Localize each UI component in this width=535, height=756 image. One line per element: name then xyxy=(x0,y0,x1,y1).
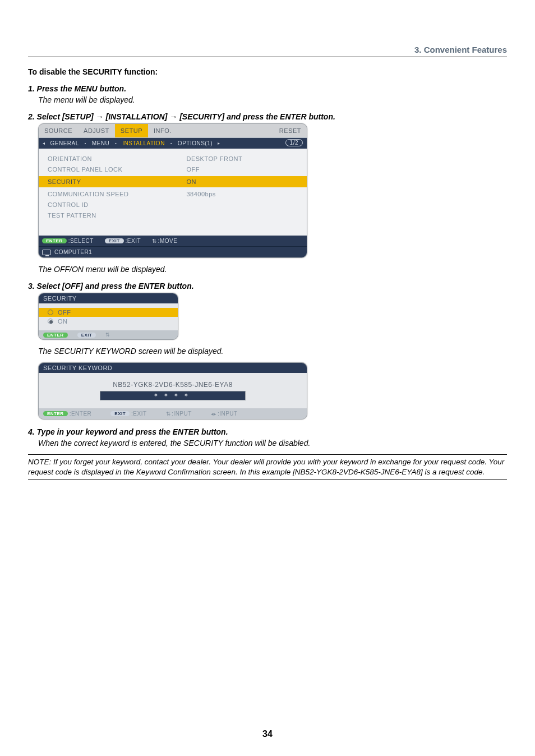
osd-footer-source: COMPUTER1 xyxy=(39,246,307,257)
osd3-title: SECURITY KEYWORD xyxy=(39,363,307,373)
osd2-title: SECURITY xyxy=(39,293,178,303)
tab-setup[interactable]: SETUP xyxy=(115,124,148,137)
row-commspeed-value: 38400bps xyxy=(187,190,301,199)
step2-desc-after: The OFF/ON menu will be displayed. xyxy=(38,265,507,274)
step3-desc-after: The SECURITY KEYWORD screen will be disp… xyxy=(38,347,507,356)
step4-title: 4. Type in your keyword and press the EN… xyxy=(28,427,507,436)
row-orientation-label[interactable]: ORIENTATION xyxy=(48,154,187,163)
enter-pill-icon: ENTER xyxy=(43,333,68,338)
hint-enter: ENTER:SELECT xyxy=(42,238,94,244)
row-testpattern-value xyxy=(187,211,301,220)
tab-source[interactable]: SOURCE xyxy=(39,124,78,137)
subtab-options1[interactable]: OPTIONS(1) xyxy=(176,140,215,147)
row-security-value: ON xyxy=(187,177,301,186)
arrow-right-icon: ▸ xyxy=(217,141,221,146)
hint-input-ud: :INPUT xyxy=(166,411,192,417)
request-code-text: NB52-YGK8-2VD6-K585-JNE6-EYA8 xyxy=(49,381,297,389)
step1-desc: The menu will be displayed. xyxy=(38,95,507,104)
tabbar: SOURCE ADJUST SETUP INFO. RESET xyxy=(39,124,307,138)
hint-enter: ENTER:ENTER xyxy=(43,411,91,417)
row-controlid-value xyxy=(187,200,301,209)
updown-icon xyxy=(105,332,110,338)
hint-exit: EXIT:EXIT xyxy=(105,238,141,244)
radio-on-label: ON xyxy=(58,318,68,325)
tab-reset[interactable]: RESET xyxy=(274,124,307,137)
row-testpattern-label[interactable]: TEST PATTERN xyxy=(48,211,187,220)
osd2-footer: ENTER EXIT xyxy=(39,330,178,339)
arrow-left-icon: ◂ xyxy=(42,141,46,146)
radio-off-label: OFF xyxy=(58,309,71,316)
hint-enter-text: :SELECT xyxy=(68,238,94,244)
hint-enter-text: :ENTER xyxy=(70,411,92,417)
radio-off[interactable]: OFF xyxy=(39,308,178,317)
enter-pill-icon: ENTER xyxy=(43,411,68,416)
radio-on[interactable]: ON xyxy=(44,317,172,326)
osd-security-select: SECURITY OFF ON ENTER EXIT xyxy=(38,293,178,340)
row-orientation-value: DESKTOP FRONT xyxy=(187,154,301,163)
enter-pill-icon: ENTER xyxy=(42,238,67,243)
osd2-body: OFF ON xyxy=(39,303,178,330)
step3-title: 3. Select [OFF] and press the ENTER butt… xyxy=(28,282,507,291)
row-commspeed-label[interactable]: COMMUNICATION SPEED xyxy=(48,190,187,199)
bullet-icon xyxy=(114,140,118,146)
radio-dot-icon xyxy=(48,310,53,315)
subtab-general[interactable]: GENERAL xyxy=(48,140,81,147)
hint-exit-text: :EXIT xyxy=(126,238,141,244)
step4-desc-after: When the correct keyword is entered, the… xyxy=(38,439,507,448)
bullet-icon xyxy=(84,140,87,146)
exit-pill-icon: EXIT xyxy=(77,333,96,338)
hint-move: :MOVE xyxy=(152,238,177,244)
osd3-body: NB52-YGK8-2VD6-K585-JNE6-EYA8 ＊＊＊＊ xyxy=(39,373,307,408)
note-text: NOTE: If you forget your keyword, contac… xyxy=(28,454,507,480)
radio-dot-filled-icon xyxy=(48,319,53,324)
hint-exit: EXIT:EXIT xyxy=(110,411,146,417)
tab-info[interactable]: INFO. xyxy=(148,124,177,137)
bullet-icon xyxy=(169,140,173,146)
monitor-icon xyxy=(42,250,51,255)
tab-adjust[interactable]: ADJUST xyxy=(78,124,115,137)
row-cplock-label[interactable]: CONTROL PANEL LOCK xyxy=(48,165,187,174)
row-controlid-label[interactable]: CONTROL ID xyxy=(48,200,187,209)
osd-footer-hints: ENTER:SELECT EXIT:EXIT :MOVE xyxy=(39,236,307,246)
osd-setup-menu: SOURCE ADJUST SETUP INFO. RESET ◂ GENERA… xyxy=(38,123,307,258)
osd-security-keyword: SECURITY KEYWORD NB52-YGK8-2VD6-K585-JNE… xyxy=(38,362,307,420)
row-security-label: SECURITY xyxy=(48,177,187,186)
section-header: 3. Convenient Features xyxy=(28,45,507,57)
hint-input-lr: :INPUT xyxy=(211,411,238,417)
keyword-input[interactable]: ＊＊＊＊ xyxy=(100,391,246,400)
subtab-menu[interactable]: MENU xyxy=(90,140,112,147)
row-cplock-value: OFF xyxy=(187,165,301,174)
exit-pill-icon: EXIT xyxy=(110,411,130,416)
osd3-footer: ENTER:ENTER EXIT:EXIT :INPUT :INPUT xyxy=(39,408,307,419)
page-badge: 1/2 xyxy=(285,139,303,146)
page-number: 34 xyxy=(0,729,535,739)
exit-pill-icon: EXIT xyxy=(105,238,124,243)
subtab-installation[interactable]: INSTALLATION xyxy=(120,140,167,147)
source-label: COMPUTER1 xyxy=(54,249,92,255)
row-security-highlighted[interactable]: SECURITY ON xyxy=(39,176,307,187)
menu-body: ORIENTATION DESKTOP FRONT CONTROL PANEL … xyxy=(39,149,307,236)
step1-title: 1. Press the MENU button. xyxy=(28,84,507,93)
hint-exit-text: :EXIT xyxy=(131,411,147,417)
subtabbar: ◂ GENERAL MENU INSTALLATION OPTIONS(1) ▸… xyxy=(39,138,307,149)
subheading-disable: To disable the SECURITY function: xyxy=(28,67,507,76)
step2-title: 2. Select [SETUP] → [INSTALLATION] → [SE… xyxy=(28,112,507,121)
